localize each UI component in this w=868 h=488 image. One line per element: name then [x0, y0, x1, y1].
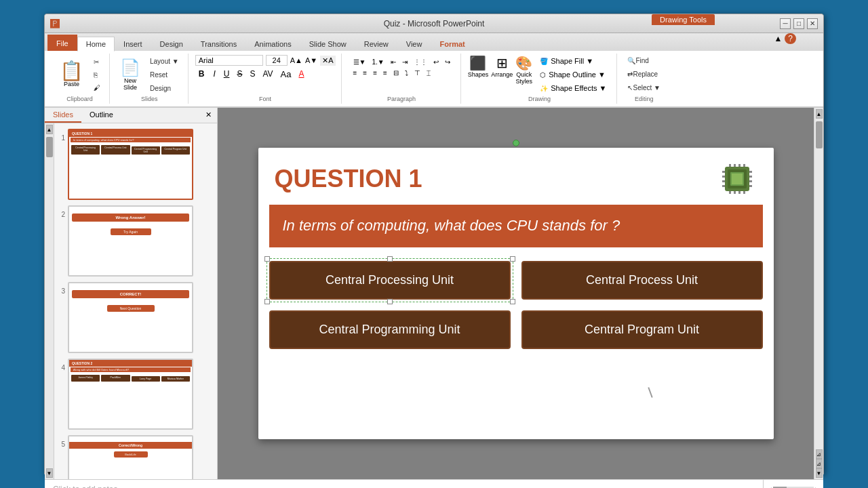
tab-insert[interactable]: Insert — [115, 36, 151, 51]
increase-indent-btn[interactable]: ⇥ — [400, 58, 410, 66]
layout-button[interactable]: Layout ▼ — [146, 56, 182, 67]
decrease-indent-btn[interactable]: ⇤ — [389, 58, 398, 66]
quick-styles-button[interactable]: 🎨 QuickStyles — [515, 55, 532, 85]
slide-scroll-up[interactable]: ▲ — [46, 125, 53, 134]
font-name-input[interactable] — [195, 55, 263, 66]
smartart-btn[interactable]: ⌶ — [425, 68, 433, 77]
bullets-btn[interactable]: ☰▼ — [351, 58, 368, 66]
sp1-a2: Central Process Unit — [101, 145, 130, 155]
shape-effects-button[interactable]: ✨ Shape Effects ▼ — [535, 82, 611, 94]
answer-btn-4[interactable]: Central Program Unit — [521, 310, 763, 349]
font-color-btn[interactable]: A — [296, 68, 307, 79]
shape-outline-button[interactable]: ⬡ Shape Outline ▼ — [535, 68, 611, 81]
align-left-btn[interactable]: ≡ — [351, 68, 359, 77]
strikethrough-btn[interactable]: S — [234, 68, 245, 79]
slide-scroll-thumb[interactable] — [46, 137, 53, 157]
italic-btn[interactable]: I — [210, 68, 218, 80]
paste-icon: 📋 — [60, 62, 83, 81]
minimize-button[interactable]: ─ — [780, 18, 791, 29]
section-button[interactable]: Design — [146, 83, 182, 94]
vscroll-thumb[interactable] — [816, 121, 823, 148]
vscroll-up[interactable]: ▲ — [816, 109, 823, 119]
slide-item-1[interactable]: 1 QUESTION 1 In terms of computing, what… — [57, 129, 214, 200]
handle-bl[interactable] — [264, 299, 270, 304]
spacing-btn[interactable]: AV — [260, 68, 275, 79]
underline-btn[interactable]: U — [221, 68, 233, 79]
hscroll-left[interactable]: ◀ — [766, 486, 772, 489]
columns-btn[interactable]: ⋮⋮ — [412, 58, 429, 66]
handle-tr[interactable] — [510, 256, 515, 262]
find-button[interactable]: 🔍 Find — [624, 55, 663, 66]
text-align-btn[interactable]: ⊤ — [412, 68, 422, 77]
cut-button[interactable]: ✂ — [90, 56, 104, 68]
replace-button[interactable]: ⇄ Replace — [624, 68, 663, 80]
answer-btn-1[interactable]: Central Processing Unit — [269, 261, 511, 300]
select-button[interactable]: ↖ Select ▼ — [624, 82, 663, 94]
vscroll-down[interactable]: ▼ — [816, 468, 823, 478]
collapse-ribbon-btn[interactable]: ▲ — [774, 34, 782, 43]
svg-rect-7 — [722, 185, 725, 187]
clear-formatting-btn[interactable]: ✕A — [320, 56, 335, 66]
shape-fill-label: Shape Fill ▼ — [551, 57, 593, 65]
tab-design[interactable]: Design — [151, 36, 192, 51]
vscroll-page-up[interactable]: ⊿ — [816, 449, 823, 459]
tab-view[interactable]: View — [397, 36, 431, 51]
tab-format[interactable]: Format — [431, 36, 473, 51]
paste-button[interactable]: 📋 Paste — [56, 60, 87, 89]
handle-bc[interactable] — [387, 299, 393, 304]
tab-review[interactable]: Review — [355, 36, 397, 51]
slides-tab-slides[interactable]: Slides — [45, 108, 81, 123]
help-btn[interactable]: ? — [785, 33, 796, 44]
slide-scroll-down[interactable]: ▼ — [46, 468, 53, 478]
sp1-a1: Central Processing Unit — [71, 145, 100, 155]
editing-label: Editing — [635, 94, 654, 102]
new-slide-button[interactable]: 📄 New Slide — [117, 56, 144, 93]
tab-transitions[interactable]: Transitions — [192, 36, 245, 51]
svg-rect-4 — [722, 171, 725, 173]
font-shrink-btn[interactable]: A▼ — [305, 56, 317, 64]
paragraph-label: Paragraph — [387, 94, 416, 102]
slide-item-4[interactable]: 4 QUESTION 2 Along with who did Bill Gat… — [57, 359, 214, 430]
answer-btn-2[interactable]: Central Process Unit — [521, 261, 763, 300]
notes-input[interactable]: Click to add notes — [45, 480, 763, 488]
restore-button[interactable]: □ — [793, 18, 804, 29]
numbering-btn[interactable]: 1.▼ — [370, 58, 386, 66]
selection-top-handle[interactable] — [513, 140, 519, 146]
rtl-btn[interactable]: ↩ — [431, 58, 441, 66]
tab-file[interactable]: File — [47, 35, 77, 51]
font-grow-btn[interactable]: A▲ — [290, 56, 302, 64]
col-layout-btn[interactable]: ⊟ — [391, 68, 401, 77]
slide-preview-4: QUESTION 2 Along with who did Bill Gates… — [68, 359, 193, 430]
hscroll-right[interactable]: ▶ — [815, 486, 821, 489]
close-button[interactable]: ✕ — [807, 18, 818, 29]
copy-button[interactable]: ⎘ — [90, 69, 104, 81]
answer-btn-3[interactable]: Central Programming Unit — [269, 310, 511, 349]
text-case-btn[interactable]: Aa — [278, 68, 294, 80]
bold-btn[interactable]: B — [195, 68, 208, 80]
tab-slideshow[interactable]: Slide Show — [300, 36, 355, 51]
shapes-button[interactable]: ⬛ Shapes — [468, 55, 489, 78]
slides-panel-close[interactable]: ✕ — [200, 108, 217, 123]
slide-item-5[interactable]: 5 Correct/Wrong Back/Life — [57, 435, 214, 479]
shape-effects-label: Shape Effects ▼ — [551, 84, 606, 92]
font-size-input[interactable] — [266, 55, 288, 66]
align-right-btn[interactable]: ≡ — [371, 68, 379, 77]
format-painter-button[interactable]: 🖌 — [90, 82, 104, 94]
handle-br[interactable] — [510, 299, 515, 304]
align-center-btn[interactable]: ≡ — [361, 68, 369, 77]
text-direction-btn[interactable]: ⤵ — [403, 68, 410, 77]
slide-item-3[interactable]: 3 CORRECT! Next Question — [57, 282, 214, 353]
tab-animations[interactable]: Animations — [245, 36, 300, 51]
handle-tl[interactable] — [264, 256, 270, 262]
shape-fill-button[interactable]: 🪣 Shape Fill ▼ — [535, 55, 611, 67]
arrange-button[interactable]: ⊞ Arrange — [491, 55, 513, 78]
vscroll-page-down[interactable]: ⊿ — [816, 459, 823, 468]
tab-home[interactable]: Home — [77, 37, 115, 52]
ltr-btn[interactable]: ↪ — [443, 58, 452, 66]
slide-num-3: 3 — [57, 287, 65, 295]
justify-btn[interactable]: ≡ — [381, 68, 389, 77]
slide-item-2[interactable]: 2 Wrong Answer! Try Again — [57, 205, 214, 277]
slides-tab-outline[interactable]: Outline — [81, 108, 121, 123]
shadow-btn[interactable]: S — [247, 68, 258, 79]
reset-button[interactable]: Reset — [146, 69, 182, 81]
